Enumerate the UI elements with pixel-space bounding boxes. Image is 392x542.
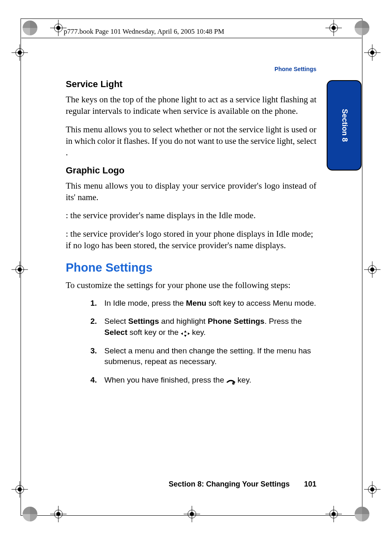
heading-graphic-logo: Graphic Logo (66, 165, 316, 176)
step-text: key. (235, 376, 251, 384)
body-text: The keys on the top of the phone light t… (66, 94, 316, 117)
end-key-icon (226, 377, 235, 383)
registration-mark-icon (12, 44, 28, 61)
step-text: Select (104, 317, 128, 325)
body-text: : the service provider's logo stored in … (66, 228, 316, 251)
page-number: 101 (304, 480, 316, 488)
registration-mark-icon (364, 481, 380, 498)
registration-mark-icon (364, 261, 380, 278)
color-wheel-icon (23, 21, 37, 35)
footer-section-label: Section 8: Changing Your Settings (169, 480, 290, 488)
registration-mark-icon (184, 506, 200, 522)
registration-mark-icon (12, 481, 28, 498)
svg-marker-44 (184, 330, 187, 332)
step-number: 3. (90, 346, 97, 357)
svg-marker-45 (184, 335, 187, 337)
color-wheel-icon (355, 507, 369, 521)
body-text: This menu allows you to select whether o… (66, 124, 316, 159)
step-number: 4. (90, 375, 97, 386)
step-item: 4. When you have finished, press the key… (90, 375, 316, 386)
body-text: This menu allows you to display your ser… (66, 180, 316, 203)
header-rule (21, 38, 362, 38)
svg-marker-46 (181, 332, 183, 335)
step-item: 3. Select a menu and then change the set… (90, 346, 316, 367)
section-tab-label: Section 8 (340, 109, 348, 142)
registration-mark-icon (50, 506, 67, 522)
section-tab: Section 8 (327, 80, 362, 171)
nav-key-icon (181, 329, 190, 336)
registration-mark-icon (364, 44, 380, 61)
body-text: : the service provider's name displays i… (66, 210, 316, 221)
step-text: When you have finished, press the (104, 376, 226, 384)
print-header: p777.book Page 101 Wednesday, April 6, 2… (64, 28, 224, 36)
registration-mark-icon (325, 20, 342, 36)
running-head: Phone Settings (274, 66, 316, 72)
step-number: 2. (90, 316, 97, 327)
registration-mark-icon (325, 506, 342, 522)
step-text: soft key to access Menu mode. (206, 299, 316, 307)
step-text: . Press the (265, 317, 302, 325)
registration-mark-icon (12, 261, 28, 278)
page-content: Phone Settings Section 8 Service Light T… (66, 66, 316, 393)
step-item: 2. Select Settings and highlight Phone S… (90, 316, 316, 338)
step-text: and highlight (159, 317, 208, 325)
step-text: Select a menu and then change the settin… (104, 346, 311, 366)
color-wheel-icon (355, 21, 369, 35)
step-number: 1. (90, 298, 97, 309)
step-item: 1. In Idle mode, press the Menu soft key… (90, 298, 316, 309)
color-wheel-icon (23, 507, 37, 521)
ui-label-menu: Menu (186, 299, 207, 307)
step-text: In Idle mode, press the (104, 299, 186, 307)
ui-label-select: Select (104, 328, 127, 337)
svg-marker-47 (188, 332, 190, 335)
ui-label-phone-settings: Phone Settings (208, 317, 264, 325)
heading-phone-settings: Phone Settings (66, 261, 316, 274)
heading-service-light: Service Light (66, 79, 316, 90)
steps-list: 1. In Idle mode, press the Menu soft key… (90, 298, 316, 386)
step-text: key. (190, 328, 206, 337)
step-text: soft key or the (127, 328, 181, 337)
page-footer: Section 8: Changing Your Settings 101 (66, 480, 316, 489)
ui-label-settings: Settings (128, 317, 159, 325)
body-text: To customize the settings for your phone… (66, 279, 316, 291)
